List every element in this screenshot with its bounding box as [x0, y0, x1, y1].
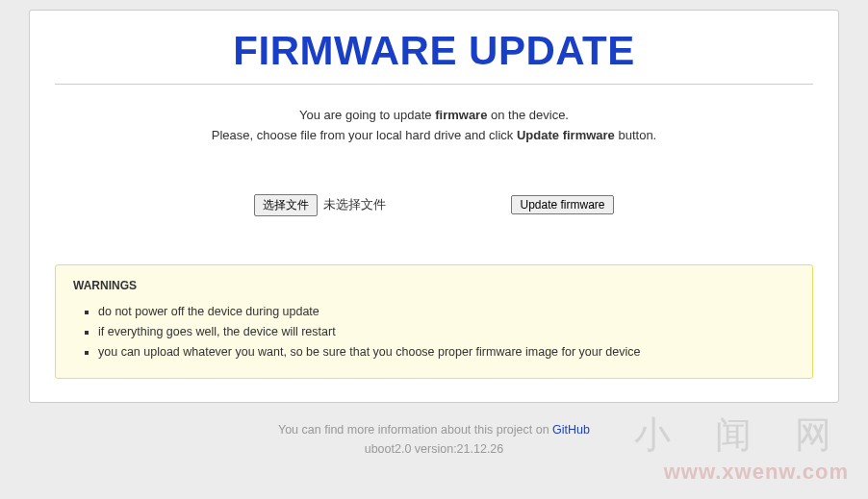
footer-version: uboot2.0 version:21.12.26	[365, 442, 504, 456]
footer-info-pre: You can find more information about this…	[278, 423, 552, 437]
main-card: FIRMWARE UPDATE You are going to update …	[29, 10, 839, 403]
choose-file-button[interactable]: 选择文件	[254, 194, 318, 216]
watermark-url: www.xwenw.com	[634, 460, 849, 485]
file-input-group: 选择文件 未选择文件	[254, 194, 386, 216]
intro-line1-bold: firmware	[435, 108, 487, 122]
no-file-selected-text: 未选择文件	[323, 196, 386, 213]
warnings-heading: WARNINGS	[73, 279, 795, 292]
page-title: FIRMWARE UPDATE	[55, 28, 813, 85]
footer: You can find more information about this…	[29, 420, 839, 459]
list-item: do not power off the device during updat…	[98, 302, 795, 322]
intro-line2-pre: Please, choose file from your local hard…	[212, 128, 517, 142]
warnings-box: WARNINGS do not power off the device dur…	[55, 264, 813, 380]
intro-text: You are going to update firmware on the …	[55, 106, 813, 146]
controls-row: 选择文件 未选择文件 Update firmware	[55, 194, 813, 216]
update-firmware-button[interactable]: Update firmware	[511, 195, 613, 214]
intro-line1-pre: You are going to update	[299, 108, 435, 122]
list-item: you can upload whatever you want, so be …	[98, 342, 795, 362]
intro-line2-post: button.	[615, 128, 656, 142]
intro-line1-post: on the device.	[487, 108, 569, 122]
github-link[interactable]: GitHub	[552, 423, 590, 437]
list-item: if everything goes well, the device will…	[98, 322, 795, 342]
warnings-list: do not power off the device during updat…	[73, 302, 795, 363]
intro-line2-bold: Update firmware	[517, 128, 615, 142]
